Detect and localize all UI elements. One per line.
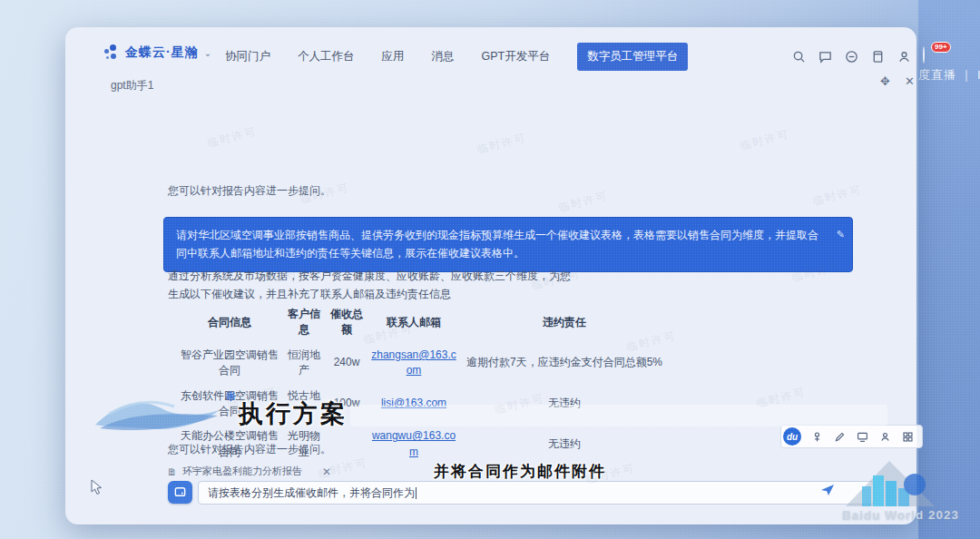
chat-input-value: 请按表格分别生成催收邮件，并将合同作为: [208, 485, 415, 501]
cell-liability: 无违约: [459, 424, 670, 465]
table-header-row: 合同信息 客户信息 催收总额 联系人邮箱 违约责任: [176, 302, 670, 343]
user-message-bubble: 请对华北区域空调事业部按销售商品、提供劳务收到的现金指标预算维生成一个催收建议表…: [163, 217, 853, 272]
assistant-hint-bottom: 您可以针对报告内容进一步提问。: [168, 442, 331, 457]
panel-tools: ✥ ✕: [880, 75, 915, 87]
assistant-hint-top: 您可以针对报告内容进一步提问。: [168, 183, 331, 199]
nav-item-apps[interactable]: 应用: [382, 49, 405, 64]
attachment-chip-label: 环宇家电盈利能力分析报告: [182, 465, 302, 478]
avatar-image: [923, 46, 925, 64]
pin-panel-icon[interactable]: ✥: [880, 75, 890, 87]
col-breach-liability: 违约责任: [459, 302, 670, 343]
baidu-world-logo: [837, 454, 944, 510]
edit-message-icon[interactable]: ✎: [837, 226, 845, 243]
pointer-tool-icon[interactable]: [809, 429, 824, 444]
notification-badge: 99+: [931, 42, 951, 53]
text-caret: [416, 487, 416, 499]
top-nav: 协同门户 个人工作台 应用 消息 GPT开发平台 数字员工管理平台: [225, 43, 688, 71]
screen-share-icon[interactable]: [855, 429, 869, 444]
cell-contract: 智谷产业园空调销售合同: [176, 343, 283, 384]
cell-amount: [325, 424, 368, 465]
participants-icon[interactable]: [877, 429, 892, 444]
col-contact-email: 联系人邮箱: [368, 302, 459, 343]
baidu-du-logo[interactable]: du: [783, 427, 801, 446]
wave-doodle: [91, 387, 227, 437]
close-panel-icon[interactable]: ✕: [905, 75, 915, 87]
nav-item-gpt-platform[interactable]: GPT开发平台: [482, 49, 551, 64]
cell-amount: 240w: [325, 343, 368, 384]
live-stream-label: 百度直播 ｜ ID 8: [918, 67, 980, 83]
pen-tool-icon[interactable]: [832, 429, 847, 444]
nav-item-workbench[interactable]: 个人工作台: [298, 49, 355, 64]
logo-text: 金蝶云·星瀚: [125, 44, 199, 61]
baidu-world-text: Baidu World 2023: [842, 508, 959, 522]
assistant-panel-title: gpt助手1: [111, 78, 153, 93]
assistant-robot-button[interactable]: [168, 481, 192, 504]
header-icon-group: 99+: [791, 47, 941, 65]
col-collection-total: 催收总额: [325, 302, 368, 343]
app-window: 金蝶云·星瀚 ⌄ 协同门户 个人工作台 应用 消息 GPT开发平台 数字员工管理…: [65, 27, 916, 524]
mouse-cursor: [91, 479, 103, 495]
notebook-icon[interactable]: [870, 49, 885, 64]
comment-icon[interactable]: [818, 49, 832, 64]
ai-spark-icon: ❋: [225, 388, 237, 405]
email-link[interactable]: zhangsan@163.com: [371, 348, 456, 377]
col-customer-info: 客户信息: [283, 302, 325, 343]
cell-liability: 逾期付款7天，应违约金支付合同总额5%: [459, 343, 670, 384]
cell-customer: 恒润地产: [283, 343, 325, 384]
caption-main: 执行方案: [239, 397, 348, 430]
caption-sub: 并将合同作为邮件附件: [434, 461, 606, 482]
nav-item-portal[interactable]: 协同门户: [225, 49, 270, 64]
collection-suggestion-table: 合同信息 客户信息 催收总额 联系人邮箱 违约责任 智谷产业园空调销售合同 恒润…: [176, 302, 670, 465]
user-avatar[interactable]: 99+: [923, 47, 941, 65]
attachment-chip[interactable]: 🗎 环宇家电盈利能力分析报告 ✕: [167, 465, 331, 478]
nav-item-messages[interactable]: 消息: [432, 49, 455, 64]
search-icon[interactable]: [791, 49, 806, 64]
send-icon[interactable]: [820, 484, 835, 500]
nav-item-digital-employee-active[interactable]: 数字员工管理平台: [577, 43, 688, 71]
logo-mark-icon: [103, 44, 120, 61]
help-circle-icon[interactable]: [844, 49, 858, 64]
col-contract-info: 合同信息: [176, 302, 283, 343]
chat-input[interactable]: 请按表格分别生成催收邮件，并将合同作为: [198, 481, 875, 505]
table-row: 智谷产业园空调销售合同 恒润地产 240w zhangsan@163.com 逾…: [176, 343, 670, 384]
chevron-down-icon: ⌄: [204, 48, 211, 58]
user-icon[interactable]: [897, 49, 911, 64]
baidu-float-toolbar: du: [780, 425, 923, 448]
assistant-reply-intro: 通过分析系统及市场数据，按客户资金健康度、应收账龄、应收账款三个维度，为您生成以…: [168, 268, 578, 304]
document-icon: 🗎: [167, 466, 177, 477]
email-link[interactable]: wangwu@163.com: [372, 429, 456, 457]
user-message-text: 请对华北区域空调事业部按销售商品、提供劳务收到的现金指标预算维生成一个催收建议表…: [176, 229, 818, 260]
remove-attachment-icon[interactable]: ✕: [322, 466, 331, 478]
kingdee-logo[interactable]: 金蝶云·星瀚 ⌄: [103, 44, 211, 61]
caption-highlight-band: [350, 405, 887, 426]
apps-grid-icon[interactable]: [900, 429, 915, 444]
